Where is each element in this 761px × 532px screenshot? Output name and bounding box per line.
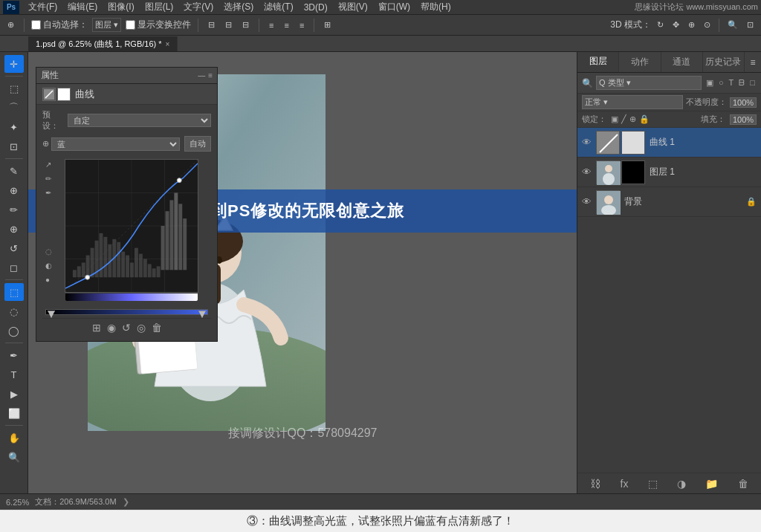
- layer-style-icon[interactable]: fx: [618, 476, 632, 491]
- dodge-btn[interactable]: ◯: [4, 322, 24, 340]
- filter-type-icon[interactable]: T: [728, 77, 736, 88]
- panel-collapse-icon[interactable]: —: [198, 71, 205, 80]
- 3d-roll-icon[interactable]: ⊙: [701, 19, 713, 31]
- layer-eye-1[interactable]: 👁: [582, 166, 592, 178]
- show-transform-checkbox[interactable]: 显示变换控件: [126, 19, 191, 31]
- menu-filter[interactable]: 滤镜(T): [259, 0, 297, 14]
- layer-item-1[interactable]: 👁 图层 1: [577, 158, 761, 187]
- brush-tool-btn[interactable]: ✏: [4, 201, 24, 218]
- curves-graph[interactable]: [65, 159, 198, 293]
- filter-pixel-icon[interactable]: ▣: [705, 77, 715, 88]
- curves-sample-icon[interactable]: ✒: [45, 187, 52, 199]
- channel-select[interactable]: 蓝 RGB 红 绿: [51, 137, 180, 151]
- menu-view[interactable]: 视图(V): [334, 0, 372, 14]
- menu-image[interactable]: 图像(I): [103, 0, 138, 14]
- zoom-tool-btn[interactable]: 🔍: [4, 448, 24, 466]
- menu-select[interactable]: 选择(S): [219, 0, 258, 14]
- filter-shape-icon[interactable]: ᗷ: [737, 77, 746, 88]
- bottom-add-icon[interactable]: ⊞: [92, 322, 101, 334]
- curves-white-point-icon[interactable]: ●: [45, 274, 52, 286]
- distribute-icon[interactable]: ≡: [266, 19, 276, 31]
- distribute-icon2[interactable]: ≡: [281, 19, 291, 31]
- menu-type[interactable]: 文字(V): [179, 0, 218, 14]
- align-center-icon[interactable]: ⊟: [222, 19, 235, 31]
- blur-btn[interactable]: ◌: [4, 302, 24, 320]
- menu-window[interactable]: 窗口(W): [374, 0, 415, 14]
- curves-gray-point-icon[interactable]: ◐: [45, 260, 52, 272]
- layer-item-curves[interactable]: 👁 曲线 1: [577, 128, 761, 158]
- panel-menu-icon[interactable]: ≡: [208, 71, 213, 80]
- arrange-icon[interactable]: ⊞: [321, 19, 334, 31]
- path-select-btn[interactable]: ▶: [4, 385, 24, 403]
- lock-pixels-icon[interactable]: ▣: [611, 114, 618, 124]
- curves-black-point-icon[interactable]: ◌: [45, 246, 52, 258]
- blend-mode-select[interactable]: 正常 ▾: [582, 95, 683, 109]
- distribute-icon3[interactable]: ≡: [297, 19, 307, 31]
- opacity-value[interactable]: 100%: [730, 97, 757, 108]
- bottom-reset-icon[interactable]: ↺: [122, 322, 131, 334]
- bottom-view-icon[interactable]: ◎: [137, 322, 146, 334]
- pen-tool-btn[interactable]: ✒: [4, 346, 24, 364]
- tab-history[interactable]: 历史记录: [703, 52, 745, 72]
- layer-mask-icon[interactable]: ⬚: [645, 476, 661, 491]
- slider-handle-right[interactable]: [198, 311, 206, 318]
- crop-tool-btn[interactable]: ⊡: [4, 137, 24, 155]
- search-icon[interactable]: 🔍: [725, 19, 741, 31]
- 3d-zoom-icon[interactable]: ⊕: [685, 19, 698, 31]
- filter-adjust-icon[interactable]: ○: [717, 77, 725, 88]
- menu-help[interactable]: 帮助(H): [416, 0, 456, 14]
- tab-close-btn[interactable]: ×: [166, 40, 170, 48]
- lock-position-icon[interactable]: ╱: [621, 114, 626, 124]
- healing-btn[interactable]: ⊕: [4, 181, 24, 199]
- filter-type-select[interactable]: Q 类型 ▾: [596, 76, 702, 90]
- bottom-eye-icon[interactable]: ◉: [107, 322, 116, 334]
- bottom-delete-icon[interactable]: 🗑: [152, 322, 162, 334]
- layer-select[interactable]: 图层 ▾: [92, 18, 121, 32]
- status-arrow[interactable]: ❯: [123, 497, 129, 507]
- type-tool-btn[interactable]: T: [4, 366, 24, 383]
- align-left-icon[interactable]: ⊟: [205, 19, 218, 31]
- fill-value[interactable]: 100%: [730, 114, 757, 125]
- clone-stamp-btn[interactable]: ⊕: [4, 220, 24, 238]
- menu-edit[interactable]: 编辑(E): [63, 0, 102, 14]
- hand-tool-btn[interactable]: ✋: [4, 429, 24, 447]
- layer-group-icon[interactable]: 📁: [702, 476, 721, 491]
- link-layers-icon[interactable]: ⛓: [587, 476, 603, 491]
- menu-layer[interactable]: 图层(L): [140, 0, 178, 14]
- eraser-btn[interactable]: ◻: [4, 259, 24, 276]
- curves-draw-icon[interactable]: ✏: [45, 173, 52, 185]
- slider-handle-left[interactable]: [48, 311, 55, 318]
- eyedropper-btn[interactable]: ✎: [4, 162, 24, 180]
- gradient-btn[interactable]: ⬚: [4, 283, 24, 301]
- layer-item-bg[interactable]: 👁 背景 🔒: [577, 187, 761, 217]
- align-right-icon[interactable]: ⊟: [239, 19, 252, 31]
- preset-select[interactable]: 自定: [68, 114, 211, 127]
- 3d-rotate-icon[interactable]: ↻: [654, 19, 667, 31]
- layer-eye-bg[interactable]: 👁: [582, 196, 592, 207]
- fullscreen-icon[interactable]: ⊡: [744, 19, 757, 31]
- tab-layers[interactable]: 图层: [577, 52, 619, 72]
- menu-3d[interactable]: 3D(D): [299, 1, 332, 13]
- lasso-tool-btn[interactable]: ⌒: [4, 99, 24, 117]
- delete-layer-icon[interactable]: 🗑: [735, 476, 751, 491]
- adjustment-layer-icon[interactable]: ◑: [674, 476, 689, 491]
- lock-artboard-icon[interactable]: ⊕: [629, 114, 636, 124]
- shape-tool-btn[interactable]: ⬜: [4, 404, 24, 422]
- lock-all-icon[interactable]: 🔒: [639, 114, 650, 124]
- output-slider[interactable]: [45, 309, 208, 315]
- filter-smart-icon[interactable]: □: [748, 77, 757, 88]
- show-transform-input[interactable]: [126, 20, 135, 30]
- panel-menu-btn[interactable]: ≡: [745, 52, 761, 72]
- 3d-pan-icon[interactable]: ✥: [670, 19, 682, 31]
- tab-channels[interactable]: 通道: [661, 52, 703, 72]
- auto-select-checkbox[interactable]: 自动选择：: [31, 19, 88, 31]
- auto-select-input[interactable]: [31, 20, 41, 30]
- auto-btn[interactable]: 自动: [184, 136, 211, 152]
- layer-eye-curves[interactable]: 👁: [582, 137, 592, 148]
- marquee-tool-btn[interactable]: ⬚: [4, 80, 24, 97]
- quick-select-btn[interactable]: ✦: [4, 118, 24, 136]
- document-tab[interactable]: 1.psd @ 6.25% (曲线 1, RGB/16) * ×: [28, 36, 178, 51]
- tab-actions[interactable]: 动作: [619, 52, 661, 72]
- history-brush-btn[interactable]: ↺: [4, 239, 24, 257]
- menu-file[interactable]: 文件(F): [24, 0, 62, 14]
